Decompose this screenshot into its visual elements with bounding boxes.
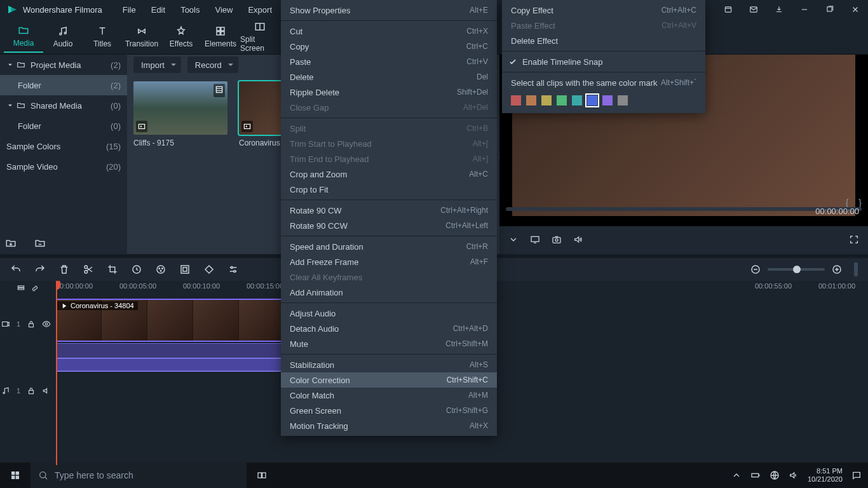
split-icon[interactable] — [83, 264, 94, 275]
ctx-motion-tracking[interactable]: Motion TrackingAlt+X — [281, 418, 497, 433]
download-icon[interactable] — [766, 0, 792, 19]
add-to-timeline-icon[interactable] — [241, 121, 253, 132]
ctx-copy-effect[interactable]: Copy EffectCtrl+Alt+C — [502, 3, 705, 18]
video-clip[interactable]: Coronavirus - 34804 — [56, 300, 285, 341]
tab-media[interactable]: Media — [4, 21, 43, 53]
ctx-crop-fit[interactable]: Crop to Fit — [281, 182, 497, 197]
swatch-green[interactable] — [557, 95, 567, 105]
eye-icon[interactable] — [42, 320, 51, 329]
preview-progress[interactable] — [506, 207, 862, 211]
tab-elements[interactable]: Elements — [201, 22, 240, 52]
menu-edit[interactable]: Edit — [144, 1, 173, 18]
color-icon[interactable] — [155, 264, 166, 275]
ctx-speed[interactable]: Speed and DurationCtrl+R — [281, 239, 497, 254]
green-screen-icon[interactable] — [179, 264, 191, 275]
ctx-animation[interactable]: Add Animation — [281, 285, 497, 300]
start-button[interactable] — [0, 463, 31, 488]
audio-track-header[interactable]: 1 — [0, 381, 56, 400]
swatch-teal[interactable] — [572, 95, 582, 105]
ctx-ripple-delete[interactable]: Ripple DeleteShift+Del — [281, 85, 497, 100]
audio-clip-selected[interactable] — [56, 358, 285, 371]
ctx-rotate-ccw[interactable]: Rotate 90 CCWCtrl+Alt+Left — [281, 218, 497, 233]
message-icon[interactable] — [741, 0, 766, 19]
minimize-icon[interactable] — [792, 0, 817, 19]
delete-folder-icon[interactable] — [34, 238, 46, 249]
speed-icon[interactable] — [131, 264, 142, 275]
playhead[interactable] — [56, 281, 57, 465]
swatch-blue[interactable] — [587, 95, 597, 105]
redo-icon[interactable] — [34, 264, 46, 275]
keyframe-icon[interactable] — [203, 264, 215, 275]
task-view-icon[interactable] — [247, 470, 277, 480]
lock-icon[interactable] — [27, 320, 36, 329]
zoom-slider[interactable] — [768, 268, 825, 271]
adjust-icon[interactable] — [227, 264, 239, 275]
ctx-delete-effect[interactable]: Delete Effect — [502, 33, 705, 48]
ctx-freeze[interactable]: Add Freeze FrameAlt+F — [281, 254, 497, 269]
fullscreen-icon[interactable] — [849, 234, 859, 247]
menu-file[interactable]: File — [115, 1, 144, 18]
battery-icon[interactable] — [750, 470, 761, 480]
sidebar-project-media[interactable]: Project Media (2) — [0, 55, 127, 75]
marker-out-icon[interactable]: } — [858, 198, 862, 208]
media-thumb-cliffs[interactable]: Cliffs - 9175 — [133, 81, 227, 147]
volume-icon[interactable] — [573, 234, 583, 247]
ctx-detach-audio[interactable]: Detach AudioCtrl+Alt+D — [281, 321, 497, 336]
ctx-crop-zoom[interactable]: Crop and ZoomAlt+C — [281, 166, 497, 182]
ctx-color-correction[interactable]: Color CorrectionCtrl+Shift+C — [281, 372, 497, 388]
ctx-color-match[interactable]: Color MatchAlt+M — [281, 388, 497, 403]
network-icon[interactable] — [770, 470, 780, 480]
delete-icon[interactable] — [58, 264, 70, 275]
ctx-delete[interactable]: DeleteDel — [281, 69, 497, 85]
menu-tools[interactable]: Tools — [173, 1, 207, 18]
snapshot-icon[interactable] — [552, 234, 562, 247]
zoom-out-icon[interactable] — [750, 264, 761, 275]
ctx-mute[interactable]: MuteCtrl+Shift+M — [281, 336, 497, 351]
taskbar-clock[interactable]: 8:51 PM 10/21/2020 — [808, 467, 843, 484]
close-icon[interactable] — [843, 0, 868, 19]
ctx-stabilization[interactable]: StabilizationAlt+S — [281, 357, 497, 372]
sidebar-shared-media[interactable]: Shared Media (0) — [0, 95, 127, 116]
menu-export[interactable]: Export — [240, 1, 280, 18]
display-icon[interactable] — [530, 234, 540, 247]
swatch-gray[interactable] — [618, 95, 628, 105]
link-icon[interactable] — [31, 284, 39, 293]
tab-transition[interactable]: Transition — [122, 22, 161, 52]
whats-new-icon[interactable] — [715, 0, 741, 19]
lock-icon[interactable] — [27, 386, 36, 395]
ctx-copy[interactable]: CopyCtrl+C — [281, 39, 497, 54]
quality-dropdown[interactable] — [508, 234, 519, 247]
swatch-red[interactable] — [511, 95, 521, 105]
ctx-timeline-snap[interactable]: Enable Timeline Snap — [502, 54, 705, 69]
sidebar-folder-2[interactable]: Folder (0) — [0, 116, 127, 136]
ctx-green-screen[interactable]: Green ScreenCtrl+Shift+G — [281, 403, 497, 418]
undo-icon[interactable] — [10, 264, 22, 275]
import-dropdown[interactable]: Import — [133, 57, 181, 73]
record-dropdown[interactable]: Record — [187, 57, 238, 73]
zoom-fit-icon[interactable] — [854, 262, 858, 276]
ctx-select-by-color[interactable]: Select all clips with the same color mar… — [502, 75, 705, 90]
maximize-icon[interactable] — [817, 0, 843, 19]
tray-chevron-up-icon[interactable] — [731, 470, 742, 480]
audio-clip-linked[interactable] — [56, 343, 285, 358]
add-folder-icon[interactable] — [5, 238, 17, 249]
notifications-icon[interactable] — [851, 470, 862, 480]
menu-view[interactable]: View — [207, 1, 240, 18]
ctx-adjust-audio[interactable]: Adjust Audio — [281, 306, 497, 321]
crop-icon[interactable] — [107, 264, 118, 275]
ctx-show-properties[interactable]: Show PropertiesAlt+E — [281, 3, 497, 18]
ctx-cut[interactable]: CutCtrl+X — [281, 24, 497, 39]
sidebar-sample-colors[interactable]: Sample Colors (15) — [0, 136, 127, 156]
sidebar-sample-video[interactable]: Sample Video (20) — [0, 156, 127, 177]
swatch-purple[interactable] — [602, 95, 613, 105]
tab-effects[interactable]: Effects — [161, 22, 201, 52]
video-track-header[interactable]: 1 — [0, 304, 56, 344]
tab-audio[interactable]: Audio — [43, 22, 83, 52]
swatch-orange[interactable] — [526, 95, 536, 105]
sidebar-folder-1[interactable]: Folder (2) — [0, 75, 127, 95]
add-to-timeline-icon[interactable] — [136, 121, 147, 132]
swatch-yellow[interactable] — [541, 95, 552, 105]
tab-titles[interactable]: Titles — [83, 22, 122, 52]
sound-icon[interactable] — [789, 470, 799, 480]
taskbar-search[interactable]: Type here to search — [31, 463, 247, 488]
